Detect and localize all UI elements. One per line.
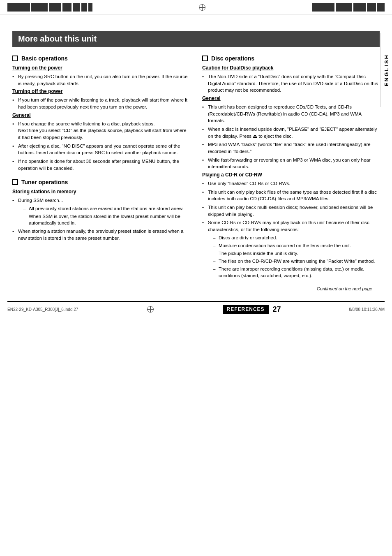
list-item: When storing a station manually, the pre… xyxy=(12,228,190,241)
list-item: During SSM search... All previously stor… xyxy=(12,197,190,226)
strip-block xyxy=(336,3,352,12)
list-item: Use only “finalized” CD-Rs or CD-RWs. xyxy=(202,180,380,187)
continued-text: Continued on the next page xyxy=(12,286,380,291)
strip-block xyxy=(353,3,366,12)
list-item: If you change the source while listening… xyxy=(12,120,190,141)
section-checkbox-icon xyxy=(12,179,18,185)
list-item: There are improper recording conditions … xyxy=(213,266,380,279)
strip-blocks-left xyxy=(7,3,92,12)
footer-file-info: EN22-29_KD-A305_R300[J]_6.indd 27 xyxy=(7,307,78,312)
basic-operations-section: Basic operations Turning on the power By… xyxy=(12,55,190,171)
language-label: ENGLISH xyxy=(383,54,390,86)
dualdisc-list: The Non-DVD side of a “DualDisc” does no… xyxy=(202,73,380,94)
list-item: This unit has been designed to reproduce… xyxy=(202,104,380,124)
strip-block xyxy=(73,3,80,12)
turning-on-heading: Turning on the power xyxy=(12,65,190,71)
top-decorative-strip xyxy=(0,0,392,14)
turning-on-subsection: Turning on the power By pressing SRC but… xyxy=(12,65,190,87)
section-checkbox-icon xyxy=(12,56,18,61)
list-item: While fast-forwarding or reversing on an… xyxy=(202,157,380,170)
disc-operations-section: Disc operations Caution for DualDisc pla… xyxy=(202,55,380,279)
crosshair-icon xyxy=(198,3,206,12)
strip-block xyxy=(7,3,30,12)
list-item: The files on the CD-R/CD-RW are written … xyxy=(213,258,380,264)
list-item: The pickup lens inside the unit is dirty… xyxy=(213,250,380,257)
footer-bottom-bar: EN22-29_KD-A305_R300[J]_6.indd 27 REFERE… xyxy=(7,301,385,314)
main-content: More about this unit Basic operations Tu… xyxy=(0,19,392,301)
turning-off-heading: Turning off the power xyxy=(12,88,190,94)
list-item: All previously stored stations are erase… xyxy=(23,205,190,212)
right-column: Disc operations Caution for DualDisc pla… xyxy=(202,55,380,286)
list-item: After ejecting a disc, “NO DISC” appears… xyxy=(12,143,190,156)
list-item: Moisture condensation has occurred on th… xyxy=(213,242,380,249)
turning-off-list: If you turn off the power while listenin… xyxy=(12,97,190,110)
page-title: More about this unit xyxy=(12,31,380,47)
dualdisc-subsection: Caution for DualDisc playback The Non-DV… xyxy=(202,65,380,94)
turning-off-subsection: Turning off the power If you turn off th… xyxy=(12,88,190,110)
basic-general-list: If you change the source while listening… xyxy=(12,120,190,172)
strip-block xyxy=(367,3,376,12)
two-column-layout: Basic operations Turning on the power By… xyxy=(12,55,380,286)
list-item: By pressing SRC button on the unit, you … xyxy=(12,73,190,87)
strip-block xyxy=(88,3,92,12)
disc-general-subsection: General This unit has been designed to r… xyxy=(202,95,380,170)
list-item: When a disc is inserted upside down, "PL… xyxy=(202,126,380,139)
turning-on-list: By pressing SRC button on the unit, you … xyxy=(12,73,190,87)
tuner-operations-header: Tuner operations xyxy=(12,179,190,185)
playing-cd-dash-list: Discs are dirty or scratched. Moisture c… xyxy=(208,234,380,279)
footer-date-info: 8/8/08 10:11:26 AM xyxy=(349,307,385,312)
list-item: Some CD-Rs or CD-RWs may not play back o… xyxy=(202,219,380,279)
disc-operations-title: Disc operations xyxy=(211,55,254,62)
section-checkbox-icon xyxy=(202,56,208,61)
strip-block xyxy=(312,3,334,12)
strip-block xyxy=(81,3,87,12)
list-item: If no operation is done for about 30 sec… xyxy=(12,158,190,171)
language-side-tab: ENGLISH xyxy=(380,33,392,107)
crosshair-center-icon xyxy=(146,305,154,313)
references-badge: REFERENCES xyxy=(223,305,269,314)
dualdisc-heading: Caution for DualDisc playback xyxy=(202,65,380,71)
tuner-operations-section: Tuner operations Storing stations in mem… xyxy=(12,179,190,241)
basic-operations-header: Basic operations xyxy=(12,55,190,62)
strip-blocks-right xyxy=(312,3,385,12)
list-item: When SSM is over, the station stored in … xyxy=(23,213,190,226)
page-footer: EN22-29_KD-A305_R300[J]_6.indd 27 REFERE… xyxy=(0,301,392,318)
storing-stations-list: During SSM search... All previously stor… xyxy=(12,197,190,241)
strip-block xyxy=(62,3,71,12)
strip-block xyxy=(377,3,385,12)
basic-operations-title: Basic operations xyxy=(21,55,68,62)
disc-general-heading: General xyxy=(202,95,380,101)
strip-block xyxy=(49,3,61,12)
storing-stations-dash-list: All previously stored stations are erase… xyxy=(18,205,190,226)
list-item: Discs are dirty or scratched. xyxy=(213,234,380,241)
page-number: 27 xyxy=(273,305,281,314)
tuner-operations-title: Tuner operations xyxy=(21,179,68,185)
footer-center xyxy=(146,305,154,313)
list-item: This unit can play back multi-session di… xyxy=(202,204,380,218)
playing-cd-heading: Playing a CD-R or CD-RW xyxy=(202,172,380,178)
playing-cd-list: Use only “finalized” CD-Rs or CD-RWs. Th… xyxy=(202,180,380,279)
disc-general-list: This unit has been designed to reproduce… xyxy=(202,104,380,170)
list-item: If you turn off the power while listenin… xyxy=(12,97,190,110)
list-item: This unit can only play back files of th… xyxy=(202,189,380,202)
storing-stations-heading: Storing stations in memory xyxy=(12,189,190,195)
left-column: Basic operations Turning on the power By… xyxy=(12,55,190,286)
strip-block xyxy=(31,3,48,12)
basic-general-heading: General xyxy=(12,112,190,118)
list-item: The Non-DVD side of a “DualDisc” does no… xyxy=(202,73,380,94)
playing-cd-subsection: Playing a CD-R or CD-RW Use only “finali… xyxy=(202,172,380,279)
storing-stations-subsection: Storing stations in memory During SSM se… xyxy=(12,189,190,241)
list-item: MP3 and WMA “tracks” (words “file” and “… xyxy=(202,141,380,155)
basic-general-subsection: General If you change the source while l… xyxy=(12,112,190,172)
disc-operations-header: Disc operations xyxy=(202,55,380,62)
